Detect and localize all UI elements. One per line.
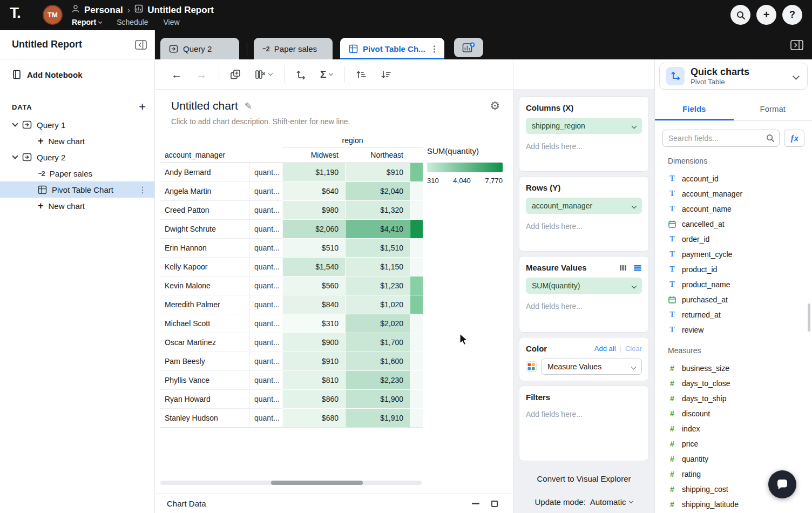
quick-charts-selector[interactable]: Quick charts Pivot Table xyxy=(659,63,808,90)
measure-field-dropdown[interactable]: SUM(quantity) xyxy=(526,278,642,294)
field-item[interactable]: Tproduct_id xyxy=(668,262,812,277)
columns-add-fields-placeholder[interactable]: Add fields here... xyxy=(526,142,642,151)
add-calculated-field-button[interactable]: ƒx xyxy=(784,130,804,147)
tab-query-2[interactable]: Query 2 xyxy=(160,38,239,59)
update-mode-dropdown[interactable]: Automatic xyxy=(590,497,633,507)
undo-button[interactable]: ← xyxy=(171,69,182,80)
measure-label-cell: quant... xyxy=(250,333,282,352)
column-header-northeast[interactable]: Northeast xyxy=(345,147,410,163)
calendar-icon xyxy=(668,220,676,228)
pivot-transpose-button[interactable] xyxy=(295,69,306,80)
remove-columns-icon xyxy=(255,69,266,80)
sidebar-item-query-1[interactable]: Query 1 xyxy=(0,117,154,133)
workspace-name[interactable]: Personal xyxy=(84,5,123,16)
menu-report[interactable]: Report xyxy=(72,18,102,26)
field-item[interactable]: #quantity xyxy=(668,451,812,467)
chat-support-button[interactable] xyxy=(768,470,796,498)
tab-format[interactable]: Format xyxy=(734,98,812,120)
rows-add-fields-placeholder[interactable]: Add fields here... xyxy=(526,222,642,231)
sidebar-item-pivot-table-chart[interactable]: Pivot Table Chart ⋮ xyxy=(0,181,154,198)
tab-fields[interactable]: Fields xyxy=(655,98,734,120)
chart-data-label[interactable]: Chart Data xyxy=(167,499,206,508)
add-chart-tab-button[interactable] xyxy=(454,38,483,57)
chart-description-placeholder[interactable]: Click to add chart description. Shift-en… xyxy=(171,117,500,126)
expand-right-panel-icon[interactable] xyxy=(790,40,803,50)
field-item[interactable]: Treturned_at xyxy=(668,307,812,322)
field-item[interactable]: #index xyxy=(668,421,812,436)
rows-layout-icon[interactable] xyxy=(633,264,642,272)
manage-columns-button[interactable] xyxy=(255,69,272,80)
app-logo[interactable]: T. xyxy=(10,4,21,22)
maximize-icon[interactable] xyxy=(491,501,498,507)
field-item[interactable]: #days_to_close xyxy=(668,376,812,391)
field-item[interactable]: Treview xyxy=(668,322,812,338)
tab-pivot-table-chart[interactable]: Pivot Table Ch... ⋮ xyxy=(340,38,444,59)
minimize-icon[interactable] xyxy=(472,503,479,504)
menu-view[interactable]: View xyxy=(164,18,180,26)
kebab-menu-icon[interactable]: ⋮ xyxy=(136,185,154,195)
column-header-midwest[interactable]: Midwest xyxy=(282,147,345,163)
field-item[interactable]: #business_size xyxy=(668,361,812,376)
duplicate-chart-button[interactable] xyxy=(230,69,241,80)
sort-descending-button[interactable] xyxy=(381,69,391,80)
chevron-down-icon xyxy=(329,71,333,76)
gear-icon[interactable]: ⚙ xyxy=(490,99,500,112)
field-item[interactable]: Torder_id xyxy=(668,232,812,247)
sidebar-item-query-2[interactable]: Query 2 xyxy=(0,149,154,165)
field-item[interactable]: Taccount_name xyxy=(668,201,812,217)
sort-ascending-button[interactable] xyxy=(356,69,367,80)
result-icon: ~2 xyxy=(38,170,45,178)
field-item[interactable]: purchased_at xyxy=(668,292,812,307)
add-all-link[interactable]: Add all xyxy=(594,345,616,353)
field-item[interactable]: Tpayment_cycle xyxy=(668,247,812,262)
sidebar-item-new-chart-1[interactable]: + New chart xyxy=(0,133,154,149)
clear-link[interactable]: Clear xyxy=(625,345,642,353)
tab-paper-sales[interactable]: ~2 Paper sales xyxy=(254,38,333,59)
field-item[interactable]: Taccount_manager xyxy=(668,186,812,201)
add-button[interactable]: + xyxy=(756,5,776,25)
add-notebook-button[interactable]: Add Notebook xyxy=(0,59,154,90)
columns-field-dropdown[interactable]: shipping_region xyxy=(526,118,642,134)
menu-schedule[interactable]: Schedule xyxy=(117,18,148,26)
columns-layout-icon[interactable] xyxy=(619,264,627,272)
report-title[interactable]: Untitled Report xyxy=(147,5,214,16)
kebab-menu-icon[interactable]: ⋮ xyxy=(430,44,440,54)
field-item[interactable]: #price xyxy=(668,436,812,451)
vertical-scrollbar-thumb[interactable] xyxy=(808,303,810,332)
duplicate-icon xyxy=(230,69,241,80)
help-button[interactable]: ? xyxy=(782,5,802,25)
aggregate-button[interactable]: Σ xyxy=(320,69,333,80)
field-item[interactable]: cancelled_at xyxy=(668,217,812,232)
chevron-down-icon[interactable] xyxy=(12,153,18,159)
filters-add-fields-placeholder[interactable]: Add fields here... xyxy=(526,410,642,418)
add-data-button[interactable]: + xyxy=(139,103,146,111)
edit-icon[interactable]: ✎ xyxy=(245,100,252,112)
value-cell: $2,230 xyxy=(345,371,410,390)
field-name: days_to_ship xyxy=(682,394,727,403)
convert-to-visual-explorer-button[interactable]: Convert to Visual Explorer xyxy=(519,474,649,483)
chevron-down-icon[interactable] xyxy=(12,120,18,126)
collapse-sidebar-icon[interactable] xyxy=(135,40,147,50)
chart-title[interactable]: Untitled chart xyxy=(171,99,238,112)
clipped-value-cell xyxy=(410,390,423,409)
horizontal-scrollbar[interactable] xyxy=(160,481,422,485)
search-fields-input[interactable] xyxy=(662,130,780,147)
fx-icon: ƒx xyxy=(790,134,799,143)
color-field-dropdown[interactable]: Measure Values xyxy=(541,359,642,375)
sidebar-item-new-chart-2[interactable]: + New chart xyxy=(0,198,154,214)
field-item[interactable]: Tproduct_name xyxy=(668,277,812,292)
field-item[interactable]: Taccount_id xyxy=(668,171,812,186)
row-dimension-header[interactable]: account_manager xyxy=(160,147,250,163)
redo-button[interactable]: → xyxy=(196,69,207,80)
rows-field-dropdown[interactable]: account_manager xyxy=(526,198,642,214)
measure-add-fields-placeholder[interactable]: Add fields here... xyxy=(526,302,642,310)
field-item[interactable]: #days_to_ship xyxy=(668,391,812,406)
field-item[interactable]: #shipping_latitude xyxy=(668,497,812,512)
field-item[interactable]: #discount xyxy=(668,406,812,421)
avatar[interactable]: TM xyxy=(43,5,63,25)
scrollbar-thumb[interactable] xyxy=(271,481,363,485)
search-button[interactable] xyxy=(730,5,750,25)
sidebar-item-paper-sales[interactable]: ~2 Paper sales xyxy=(0,165,154,181)
value-cell: $1,020 xyxy=(345,295,410,314)
value-cell: $910 xyxy=(345,163,410,182)
